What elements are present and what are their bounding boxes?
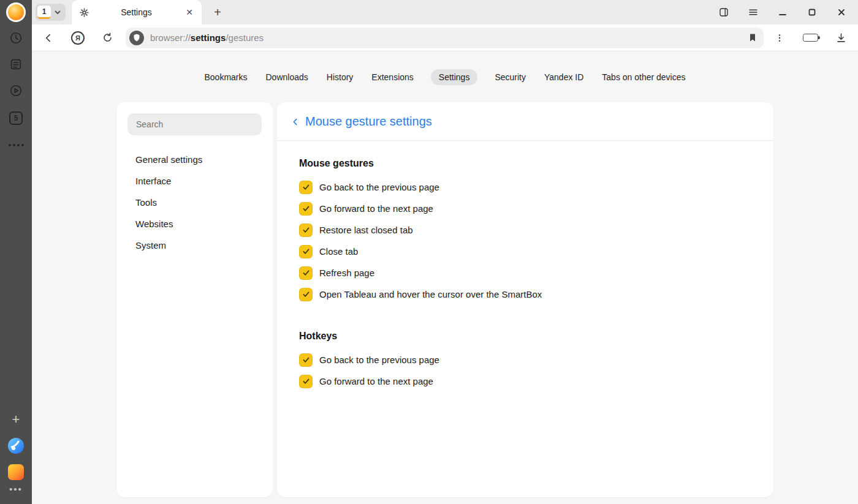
close-tab-icon[interactable]: ✕: [183, 7, 196, 17]
back-icon[interactable]: [37, 27, 59, 49]
nav-extensions[interactable]: Extensions: [370, 69, 414, 85]
option-list: Go back to the previous page Go forward …: [299, 349, 751, 392]
toolbar: Я browser://settings/gestures: [32, 24, 858, 51]
option-label[interactable]: Go forward to the next page: [319, 203, 433, 214]
download-icon[interactable]: [830, 27, 852, 49]
option-label[interactable]: Go back to the previous page: [319, 355, 439, 365]
browser-window: 5 + ••• 1: [0, 0, 858, 504]
section-heading: Hotkeys: [299, 331, 751, 344]
option-row[interactable]: Go back to the previous page: [299, 176, 751, 198]
checkbox-checked-icon[interactable]: [299, 181, 313, 194]
back-chevron-icon[interactable]: [290, 117, 300, 127]
address-bar[interactable]: browser://settings/gestures: [126, 28, 764, 48]
nav-history[interactable]: History: [325, 69, 355, 85]
search-input[interactable]: [127, 113, 262, 135]
option-label[interactable]: Go back to the previous page: [319, 182, 439, 192]
sidebar-item-general[interactable]: General settings: [135, 149, 262, 170]
option-label[interactable]: Open Tableau and hover the cursor over t…: [319, 289, 542, 299]
chevron-down-icon[interactable]: [51, 9, 64, 16]
url-text: browser://settings/gestures: [150, 32, 743, 43]
sidebar-item-websites[interactable]: Websites: [135, 213, 262, 235]
tab-group-badge[interactable]: 1: [37, 6, 51, 19]
option-label[interactable]: Close tab: [319, 246, 358, 257]
overflow-menu-icon[interactable]: [769, 27, 791, 49]
maximize-icon[interactable]: [805, 8, 819, 17]
option-row[interactable]: Go back to the previous page: [299, 349, 751, 370]
option-row[interactable]: Close tab: [299, 241, 751, 262]
browser-logo-icon[interactable]: [7, 437, 25, 454]
nav-settings[interactable]: Settings: [431, 69, 478, 85]
option-row[interactable]: Refresh page: [299, 262, 751, 284]
alice-avatar-icon[interactable]: [6, 2, 26, 22]
option-row[interactable]: Restore last closed tab: [299, 219, 751, 241]
more-icon[interactable]: •••: [9, 484, 23, 494]
site-shield-icon[interactable]: [129, 31, 144, 45]
nav-security[interactable]: Security: [493, 69, 527, 85]
active-tab[interactable]: Settings ✕: [72, 0, 202, 24]
sidebar-item-interface[interactable]: Interface: [135, 170, 262, 192]
page-body: Mouse gestures Go back to the previous p…: [277, 141, 773, 409]
sidebar-item-system[interactable]: System: [135, 235, 262, 256]
gesture-settings-panel: Mouse gesture settings Mouse gestures Go…: [277, 102, 773, 497]
gear-icon: [79, 7, 89, 18]
add-panel-icon[interactable]: +: [10, 413, 22, 426]
video-play-icon[interactable]: [9, 84, 23, 97]
option-row[interactable]: Open Tableau and hover the cursor over t…: [299, 284, 751, 305]
page-title[interactable]: Mouse gesture settings: [305, 115, 432, 129]
tab-count-badge[interactable]: 5: [9, 111, 23, 125]
side-rail: 5 + •••: [0, 0, 32, 504]
checkbox-checked-icon[interactable]: [299, 288, 313, 301]
option-row[interactable]: Go forward to the next page: [299, 370, 751, 392]
tab-title: Settings: [89, 7, 183, 17]
menu-icon[interactable]: [746, 7, 760, 18]
yandex-home-icon[interactable]: Я: [67, 27, 89, 49]
checkbox-checked-icon[interactable]: [299, 266, 313, 280]
apps-grid-icon[interactable]: [10, 139, 22, 151]
feed-icon[interactable]: [9, 58, 23, 71]
checkbox-checked-icon[interactable]: [299, 245, 313, 258]
checkbox-checked-icon[interactable]: [299, 353, 313, 367]
option-list: Go back to the previous page Go forward …: [299, 176, 751, 305]
settings-content: Bookmarks Downloads History Extensions S…: [32, 51, 858, 504]
option-label[interactable]: Go forward to the next page: [319, 376, 433, 386]
nav-yandex-id[interactable]: Yandex ID: [543, 69, 585, 85]
history-clock-icon[interactable]: [9, 31, 23, 45]
close-window-icon[interactable]: [835, 8, 848, 17]
sidebar-item-tools[interactable]: Tools: [135, 192, 262, 213]
nav-downloads[interactable]: Downloads: [265, 69, 309, 85]
nav-other-devices[interactable]: Tabs on other devices: [601, 69, 686, 85]
section-heading: Mouse gestures: [299, 158, 751, 171]
checkbox-checked-icon[interactable]: [299, 202, 313, 216]
sidebar-panel-icon[interactable]: [717, 7, 731, 18]
new-tab-button[interactable]: +: [210, 6, 225, 18]
settings-menu: General settings Interface Tools Website…: [127, 149, 262, 256]
battery-icon[interactable]: [799, 27, 821, 49]
settings-sidebar-panel: General settings Interface Tools Website…: [116, 102, 273, 497]
yandex-app-icon[interactable]: [8, 464, 24, 480]
nav-bookmarks[interactable]: Bookmarks: [203, 69, 248, 85]
option-label[interactable]: Refresh page: [319, 268, 374, 278]
tab-group-control[interactable]: 1: [36, 4, 66, 21]
tab-strip: 1 Settings ✕ +: [32, 0, 858, 24]
checkbox-checked-icon[interactable]: [299, 224, 313, 237]
reload-icon[interactable]: [96, 27, 118, 49]
settings-nav: Bookmarks Downloads History Extensions S…: [32, 69, 858, 86]
minimize-icon[interactable]: [776, 8, 789, 17]
checkbox-checked-icon[interactable]: [299, 375, 313, 388]
option-label[interactable]: Restore last closed tab: [319, 225, 413, 235]
page-header: Mouse gesture settings: [277, 102, 773, 141]
option-row[interactable]: Go forward to the next page: [299, 198, 751, 219]
bookmark-icon[interactable]: [748, 32, 757, 43]
